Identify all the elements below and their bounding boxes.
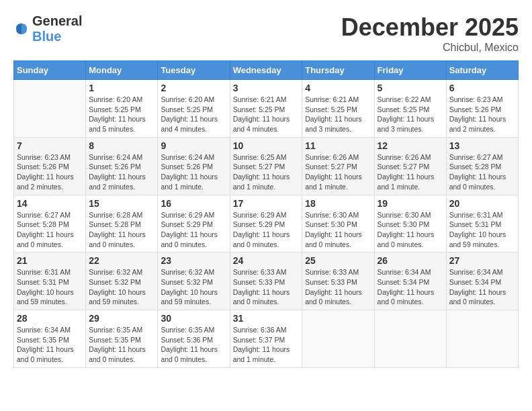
calendar-cell: 5Sunrise: 6:22 AM Sunset: 5:25 PM Daylig… (374, 80, 446, 138)
day-number: 21 (17, 255, 83, 266)
cell-info: Sunrise: 6:34 AM Sunset: 5:35 PM Dayligh… (17, 325, 83, 365)
day-number: 23 (161, 255, 226, 266)
calendar-cell: 23Sunrise: 6:32 AM Sunset: 5:32 PM Dayli… (158, 253, 230, 310)
day-number: 7 (17, 140, 83, 151)
day-number: 27 (449, 255, 515, 266)
cell-info: Sunrise: 6:23 AM Sunset: 5:26 PM Dayligh… (17, 152, 83, 192)
calendar-cell (14, 80, 86, 138)
cell-info: Sunrise: 6:20 AM Sunset: 5:25 PM Dayligh… (89, 95, 154, 134)
cell-info: Sunrise: 6:25 AM Sunset: 5:27 PM Dayligh… (233, 152, 300, 192)
cell-info: Sunrise: 6:30 AM Sunset: 5:30 PM Dayligh… (378, 210, 443, 250)
cell-info: Sunrise: 6:35 AM Sunset: 5:36 PM Dayligh… (161, 325, 226, 365)
logo-general: General (32, 13, 82, 28)
day-number: 4 (305, 83, 371, 93)
day-number: 12 (378, 140, 443, 151)
day-number: 17 (233, 198, 300, 209)
column-header-saturday: Saturday (446, 61, 518, 80)
day-number: 25 (305, 255, 371, 266)
calendar-cell: 30Sunrise: 6:35 AM Sunset: 5:36 PM Dayli… (158, 310, 230, 368)
calendar-cell: 26Sunrise: 6:34 AM Sunset: 5:34 PM Dayli… (374, 253, 446, 310)
calendar-cell: 16Sunrise: 6:29 AM Sunset: 5:29 PM Dayli… (158, 195, 230, 253)
calendar-cell: 2Sunrise: 6:20 AM Sunset: 5:25 PM Daylig… (158, 80, 230, 138)
location: Chicbul, Mexico (341, 42, 519, 54)
column-header-wednesday: Wednesday (230, 61, 302, 80)
month-title: December 2025 (341, 13, 519, 42)
cell-info: Sunrise: 6:21 AM Sunset: 5:25 PM Dayligh… (305, 95, 371, 134)
day-number: 28 (17, 313, 83, 324)
calendar-cell: 20Sunrise: 6:31 AM Sunset: 5:31 PM Dayli… (446, 195, 518, 253)
logo-icon (13, 21, 30, 37)
cell-info: Sunrise: 6:33 AM Sunset: 5:33 PM Dayligh… (305, 267, 371, 307)
cell-info: Sunrise: 6:21 AM Sunset: 5:25 PM Dayligh… (233, 95, 300, 134)
day-number: 29 (89, 313, 154, 324)
day-number: 15 (89, 198, 154, 209)
day-number: 5 (378, 83, 443, 93)
calendar-cell: 3Sunrise: 6:21 AM Sunset: 5:25 PM Daylig… (230, 80, 302, 138)
page-header: General Blue December 2025 Chicbul, Mexi… (13, 13, 519, 54)
cell-info: Sunrise: 6:24 AM Sunset: 5:26 PM Dayligh… (89, 152, 154, 192)
day-number: 19 (378, 198, 443, 209)
calendar-week-row: 21Sunrise: 6:31 AM Sunset: 5:31 PM Dayli… (14, 253, 519, 310)
column-header-thursday: Thursday (302, 61, 374, 80)
day-number: 18 (305, 198, 371, 209)
column-header-friday: Friday (374, 61, 446, 80)
calendar-cell: 31Sunrise: 6:36 AM Sunset: 5:37 PM Dayli… (230, 310, 302, 368)
calendar-cell: 19Sunrise: 6:30 AM Sunset: 5:30 PM Dayli… (374, 195, 446, 253)
calendar-week-row: 7Sunrise: 6:23 AM Sunset: 5:26 PM Daylig… (14, 137, 519, 195)
calendar-cell: 28Sunrise: 6:34 AM Sunset: 5:35 PM Dayli… (14, 310, 86, 368)
calendar-cell: 10Sunrise: 6:25 AM Sunset: 5:27 PM Dayli… (230, 137, 302, 195)
column-header-tuesday: Tuesday (158, 61, 230, 80)
day-number: 16 (161, 198, 226, 209)
day-number: 22 (89, 255, 154, 266)
calendar-week-row: 28Sunrise: 6:34 AM Sunset: 5:35 PM Dayli… (14, 310, 519, 368)
calendar-week-row: 14Sunrise: 6:27 AM Sunset: 5:28 PM Dayli… (14, 195, 519, 253)
cell-info: Sunrise: 6:32 AM Sunset: 5:32 PM Dayligh… (161, 267, 226, 307)
day-number: 31 (233, 313, 300, 324)
calendar-cell (302, 310, 374, 368)
cell-info: Sunrise: 6:27 AM Sunset: 5:28 PM Dayligh… (17, 210, 83, 250)
cell-info: Sunrise: 6:31 AM Sunset: 5:31 PM Dayligh… (449, 210, 515, 250)
cell-info: Sunrise: 6:34 AM Sunset: 5:34 PM Dayligh… (449, 267, 515, 307)
cell-info: Sunrise: 6:36 AM Sunset: 5:37 PM Dayligh… (233, 325, 300, 365)
day-number: 26 (378, 255, 443, 266)
calendar-week-row: 1Sunrise: 6:20 AM Sunset: 5:25 PM Daylig… (14, 80, 519, 138)
column-header-sunday: Sunday (14, 61, 86, 80)
cell-info: Sunrise: 6:27 AM Sunset: 5:28 PM Dayligh… (449, 152, 515, 192)
calendar-cell (374, 310, 446, 368)
calendar-cell: 15Sunrise: 6:28 AM Sunset: 5:28 PM Dayli… (86, 195, 158, 253)
day-number: 8 (89, 140, 154, 151)
day-number: 20 (449, 198, 515, 209)
cell-info: Sunrise: 6:32 AM Sunset: 5:32 PM Dayligh… (89, 267, 154, 307)
day-number: 3 (233, 83, 300, 93)
calendar-cell: 1Sunrise: 6:20 AM Sunset: 5:25 PM Daylig… (86, 80, 158, 138)
calendar-cell: 17Sunrise: 6:29 AM Sunset: 5:29 PM Dayli… (230, 195, 302, 253)
day-number: 10 (233, 140, 300, 151)
calendar-cell: 4Sunrise: 6:21 AM Sunset: 5:25 PM Daylig… (302, 80, 374, 138)
day-number: 11 (305, 140, 371, 151)
calendar-cell: 6Sunrise: 6:23 AM Sunset: 5:26 PM Daylig… (446, 80, 518, 138)
logo-blue: Blue (32, 29, 61, 44)
calendar-cell: 24Sunrise: 6:33 AM Sunset: 5:33 PM Dayli… (230, 253, 302, 310)
day-number: 14 (17, 198, 83, 209)
day-number: 30 (161, 313, 226, 324)
calendar-cell (446, 310, 518, 368)
calendar-cell: 9Sunrise: 6:24 AM Sunset: 5:26 PM Daylig… (158, 137, 230, 195)
cell-info: Sunrise: 6:31 AM Sunset: 5:31 PM Dayligh… (17, 267, 83, 307)
calendar-cell: 29Sunrise: 6:35 AM Sunset: 5:35 PM Dayli… (86, 310, 158, 368)
cell-info: Sunrise: 6:29 AM Sunset: 5:29 PM Dayligh… (233, 210, 300, 250)
cell-info: Sunrise: 6:33 AM Sunset: 5:33 PM Dayligh… (233, 267, 300, 307)
calendar-cell: 21Sunrise: 6:31 AM Sunset: 5:31 PM Dayli… (14, 253, 86, 310)
cell-info: Sunrise: 6:20 AM Sunset: 5:25 PM Dayligh… (161, 95, 226, 134)
calendar-cell: 18Sunrise: 6:30 AM Sunset: 5:30 PM Dayli… (302, 195, 374, 253)
column-header-monday: Monday (86, 61, 158, 80)
logo-text: General Blue (32, 13, 82, 44)
calendar-cell: 8Sunrise: 6:24 AM Sunset: 5:26 PM Daylig… (86, 137, 158, 195)
calendar-cell: 12Sunrise: 6:26 AM Sunset: 5:27 PM Dayli… (374, 137, 446, 195)
cell-info: Sunrise: 6:26 AM Sunset: 5:27 PM Dayligh… (378, 152, 443, 192)
day-number: 1 (89, 83, 154, 93)
cell-info: Sunrise: 6:34 AM Sunset: 5:34 PM Dayligh… (378, 267, 443, 307)
calendar-cell: 7Sunrise: 6:23 AM Sunset: 5:26 PM Daylig… (14, 137, 86, 195)
logo: General Blue (13, 13, 82, 44)
day-number: 2 (161, 83, 226, 93)
day-number: 13 (449, 140, 515, 151)
